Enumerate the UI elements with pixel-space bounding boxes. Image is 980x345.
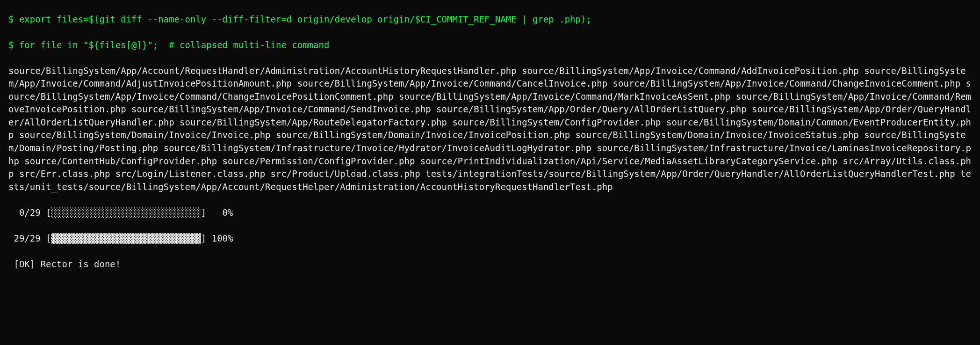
progress-1-pct: 0% xyxy=(206,207,233,218)
prompt-1: $ xyxy=(8,14,14,24)
prompt-2: $ xyxy=(8,40,14,50)
progress-line-2: 29/29 [▓▓▓▓▓▓▓▓▓▓▓▓▓▓▓▓▓▓▓▓▓▓▓▓▓▓▓▓] 100… xyxy=(8,232,972,245)
command-2-text: for file in "${files[@]}"; xyxy=(14,40,169,50)
progress-2-pct: 100% xyxy=(206,233,233,243)
progress-2-bar: [▓▓▓▓▓▓▓▓▓▓▓▓▓▓▓▓▓▓▓▓▓▓▓▓▓▓▓▓] xyxy=(46,233,206,243)
command-1-text: export files=$(git diff --name-only --di… xyxy=(14,14,591,24)
command-2-comment: # collapsed multi-line command xyxy=(169,40,329,50)
file-list-output: source/BillingSystem/App/Account/Request… xyxy=(8,65,972,193)
command-line-1: $ export files=$(git diff --name-only --… xyxy=(8,13,972,26)
status-line: [OK] Rector is done! xyxy=(8,258,972,271)
progress-1-bar: [░░░░░░░░░░░░░░░░░░░░░░░░░░░░] xyxy=(46,207,206,218)
command-line-2: $ for file in "${files[@]}"; # collapsed… xyxy=(8,39,972,52)
progress-line-1: 0/29 [░░░░░░░░░░░░░░░░░░░░░░░░░░░░] 0% xyxy=(8,206,972,220)
progress-2-count: 29/29 xyxy=(8,233,46,243)
progress-1-count: 0/29 xyxy=(8,207,46,218)
